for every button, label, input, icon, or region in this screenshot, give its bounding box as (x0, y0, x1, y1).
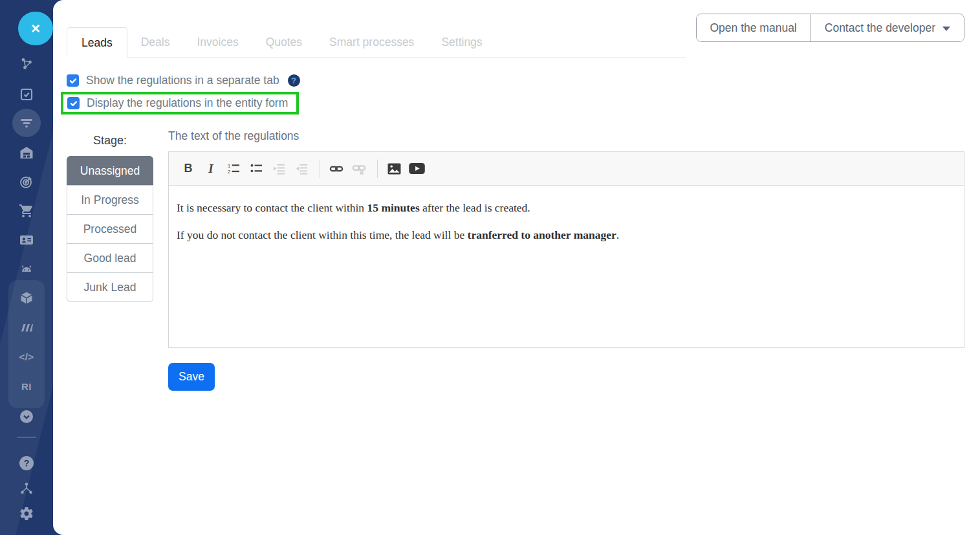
bold-icon[interactable]: B (178, 158, 199, 179)
sidebar-divider (17, 437, 36, 438)
question-icon[interactable]: ? (288, 74, 300, 87)
regulations-editor: B I 12 (168, 151, 964, 348)
display-regulations-checkbox[interactable] (67, 97, 80, 109)
paragraph-text: If you do not contact the client within … (177, 228, 468, 241)
display-regulations-label: Display the regulations in the entity fo… (87, 96, 288, 110)
editor-title: The text of the regulations (168, 129, 299, 143)
android-icon[interactable] (19, 261, 34, 277)
tab-bar: Leads Deals Invoices Quotes Smart proces… (67, 27, 496, 58)
filter-icon[interactable] (19, 115, 34, 131)
help-glyph: ? (19, 456, 34, 470)
tab-smart-processes[interactable]: Smart processes (316, 27, 428, 58)
show-regulations-checkbox[interactable] (67, 74, 79, 87)
share-network-icon[interactable] (19, 56, 34, 72)
contact-developer-label: Contact the developer (825, 21, 935, 35)
youtube-icon[interactable] (406, 158, 427, 179)
tab-invoices[interactable]: Invoices (183, 27, 252, 58)
image-icon[interactable] (384, 158, 404, 179)
tab-deals[interactable]: Deals (127, 27, 184, 58)
sidebar: × </> RI ? (0, 0, 53, 535)
regulation-paragraph: If you do not contact the client within … (177, 228, 956, 242)
paragraph-text: It is necessary to contact the client wi… (177, 201, 367, 214)
svg-text:2: 2 (228, 169, 230, 175)
numbered-list-icon[interactable]: 12 (223, 158, 244, 179)
target-icon[interactable] (19, 174, 34, 190)
stage-item-in-progress[interactable]: In Progress (67, 185, 153, 215)
stage-label: Stage: (67, 134, 153, 147)
indent-icon[interactable] (291, 158, 312, 179)
tab-quotes[interactable]: Quotes (252, 27, 316, 58)
close-icon[interactable]: × (18, 12, 53, 45)
regulation-paragraph: It is necessary to contact the client wi… (177, 201, 956, 215)
ri-icon[interactable]: RI (19, 378, 34, 394)
outdent-icon[interactable] (268, 158, 289, 179)
stage-item-processed[interactable]: Processed (67, 214, 153, 244)
paragraph-bold-text: tranferred to another manager (468, 228, 616, 241)
warehouse-icon[interactable] (19, 145, 34, 160)
stage-list: Unassigned In Progress Processed Good le… (67, 156, 153, 302)
tab-settings[interactable]: Settings (428, 27, 495, 58)
highlight-box: Display the regulations in the entity fo… (61, 92, 299, 115)
toolbar-separator (320, 160, 320, 178)
paragraph-bold-text: 15 minutes (367, 201, 420, 214)
link-icon[interactable] (326, 158, 347, 179)
help-icon[interactable]: ? (19, 455, 34, 471)
toolbar-separator (377, 160, 378, 178)
italic-icon[interactable]: I (201, 158, 221, 179)
open-manual-label: Open the manual (710, 21, 797, 35)
svg-text:1: 1 (228, 163, 230, 169)
paragraph-text: . (616, 228, 619, 241)
chevron-down-icon[interactable] (19, 409, 34, 424)
contact-developer-button[interactable]: Contact the developer (811, 14, 964, 41)
unlink-icon[interactable] (349, 158, 369, 179)
id-card-icon[interactable] (19, 232, 34, 248)
tasks-icon[interactable] (19, 87, 34, 102)
editor-toolbar: B I 12 (169, 152, 964, 186)
gear-icon[interactable] (19, 506, 34, 521)
show-regulations-label: Show the regulations in a separate tab (86, 74, 279, 87)
cart-icon[interactable] (19, 203, 34, 219)
show-regulations-row: Show the regulations in a separate tab ? (67, 74, 300, 87)
bulleted-list-icon[interactable] (246, 158, 267, 179)
main-panel: Leads Deals Invoices Quotes Smart proces… (53, 0, 980, 535)
tab-leads[interactable]: Leads (67, 27, 127, 58)
stage-item-unassigned[interactable]: Unassigned (67, 156, 153, 186)
open-manual-button[interactable]: Open the manual (697, 14, 811, 41)
stage-item-junk-lead[interactable]: Junk Lead (67, 272, 153, 302)
cube-icon[interactable] (19, 290, 34, 306)
stage-item-good-lead[interactable]: Good lead (67, 243, 153, 273)
caret-down-icon (942, 27, 950, 31)
header-button-group: Open the manual Contact the developer (696, 14, 965, 42)
share-nodes-icon[interactable] (19, 481, 34, 496)
make-icon[interactable] (19, 320, 34, 336)
save-button[interactable]: Save (168, 363, 215, 391)
editor-content[interactable]: It is necessary to contact the client wi… (169, 186, 964, 347)
paragraph-text: after the lead is created. (420, 201, 530, 214)
code-icon[interactable]: </> (19, 349, 34, 364)
